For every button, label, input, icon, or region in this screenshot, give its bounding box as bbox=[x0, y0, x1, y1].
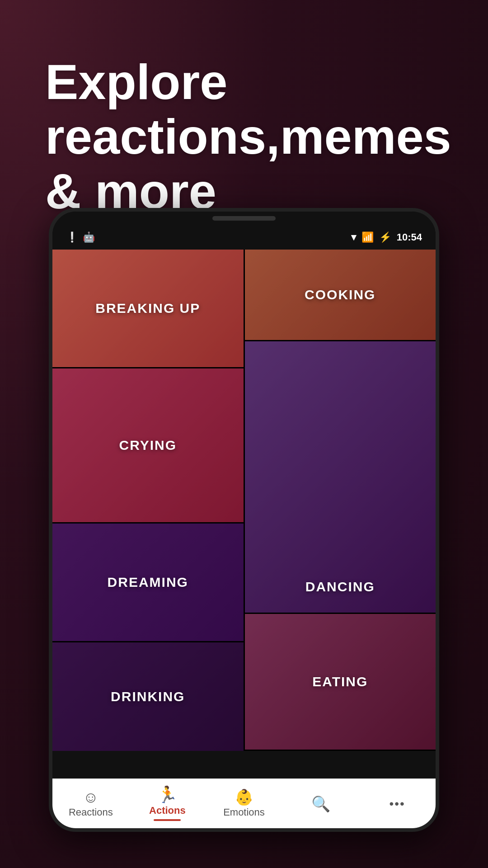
phone-top-bar bbox=[52, 212, 436, 225]
grid-item-cooking[interactable]: COOKING bbox=[245, 250, 436, 340]
eating-label: EATING bbox=[312, 674, 368, 689]
dreaming-label: DREAMING bbox=[108, 575, 188, 590]
notification-icon: ❕ bbox=[66, 231, 78, 243]
dancing-label: DANCING bbox=[305, 579, 375, 613]
app-content: BREAKING UP CRYING DREAMING DRINKING bbox=[52, 250, 436, 778]
grid-item-dancing[interactable]: DANCING bbox=[245, 341, 436, 613]
wifi-icon: ▾ bbox=[351, 231, 356, 243]
emotions-label: Emotions bbox=[223, 807, 265, 818]
grid-column-right: COOKING DANCING EATING bbox=[245, 250, 436, 751]
content-grid: BREAKING UP CRYING DREAMING DRINKING bbox=[52, 250, 436, 751]
hero-title-line2: reactions,memes bbox=[45, 108, 451, 164]
status-bar: ❕ 🤖 ▾ 📶 ⚡ 10:54 bbox=[52, 225, 436, 250]
cooking-label: COOKING bbox=[305, 287, 375, 302]
actions-label: Actions bbox=[149, 805, 186, 816]
hero-section: Explore reactions,memes & more bbox=[45, 54, 465, 218]
breaking-up-label: BREAKING UP bbox=[95, 301, 200, 316]
actions-icon: 🏃 bbox=[157, 787, 178, 803]
crying-label: CRYING bbox=[119, 438, 177, 453]
nav-item-actions[interactable]: 🏃 Actions bbox=[129, 787, 206, 821]
grid-item-drinking[interactable]: DRINKING bbox=[52, 642, 244, 751]
nav-item-search[interactable]: 🔍 bbox=[282, 796, 359, 811]
nav-item-more[interactable]: ••• bbox=[359, 797, 436, 810]
signal-icon: 📶 bbox=[361, 231, 374, 243]
nav-item-reactions[interactable]: ☺ Reactions bbox=[52, 789, 129, 818]
emotions-icon: 👶 bbox=[235, 789, 253, 805]
battery-icon: ⚡ bbox=[379, 231, 391, 243]
reactions-label: Reactions bbox=[69, 807, 113, 818]
search-icon: 🔍 bbox=[311, 796, 330, 811]
android-icon: 🤖 bbox=[83, 231, 95, 243]
clock: 10:54 bbox=[397, 231, 422, 243]
phone-frame: ❕ 🤖 ▾ 📶 ⚡ 10:54 BREAKING UP CR bbox=[49, 208, 439, 832]
bottom-navigation: ☺ Reactions 🏃 Actions 👶 Emotions 🔍 ••• bbox=[52, 778, 436, 828]
phone-speaker bbox=[212, 216, 276, 221]
reactions-icon: ☺ bbox=[83, 789, 99, 805]
dancing-overlay bbox=[245, 341, 436, 613]
grid-column-left: BREAKING UP CRYING DREAMING DRINKING bbox=[52, 250, 244, 751]
status-right: ▾ 📶 ⚡ 10:54 bbox=[351, 231, 422, 243]
hero-title: Explore reactions,memes & more bbox=[45, 54, 465, 218]
grid-item-crying[interactable]: CRYING bbox=[52, 368, 244, 522]
drinking-label: DRINKING bbox=[111, 689, 185, 704]
grid-item-eating[interactable]: EATING bbox=[245, 614, 436, 750]
more-icon: ••• bbox=[389, 797, 405, 810]
grid-item-breaking-up[interactable]: BREAKING UP bbox=[52, 250, 244, 367]
nav-item-emotions[interactable]: 👶 Emotions bbox=[206, 789, 282, 818]
active-indicator bbox=[154, 819, 181, 821]
status-left: ❕ 🤖 bbox=[66, 231, 95, 243]
grid-item-dreaming[interactable]: DREAMING bbox=[52, 524, 244, 641]
